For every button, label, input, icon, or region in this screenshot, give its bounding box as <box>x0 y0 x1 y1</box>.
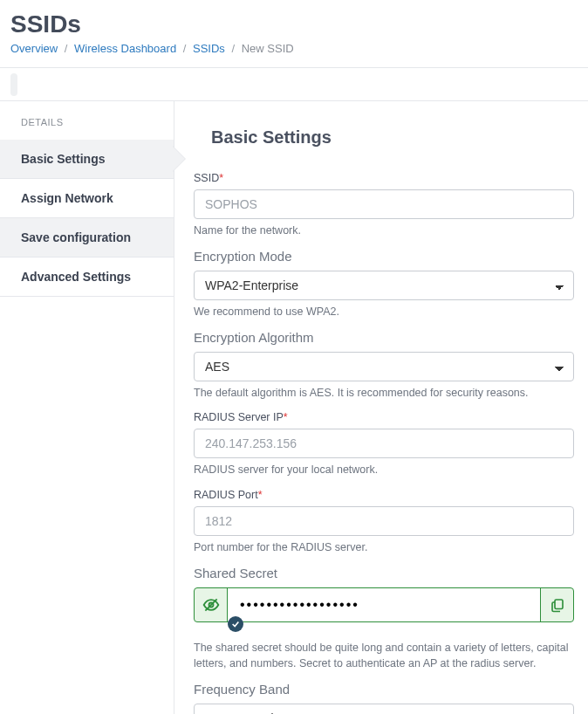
field-radius-port: RADIUS Port* Port number for the RADIUS … <box>194 489 574 555</box>
eye-slash-icon <box>202 596 220 614</box>
breadcrumb-separator: / <box>180 42 190 55</box>
shared-secret-help: The shared secret should be quite long a… <box>194 640 574 671</box>
shared-secret-input[interactable] <box>228 588 540 621</box>
breadcrumb-separator: / <box>228 42 238 55</box>
encryption-mode-help: We recommend to use WPA2. <box>194 304 574 319</box>
field-frequency-band: Frequency Band 2.4 GHz and 5 GHz Limit t… <box>194 682 574 714</box>
field-encryption-algorithm: Encryption Algorithm AES The default alg… <box>194 330 574 401</box>
toolbar-chip <box>10 73 17 96</box>
check-badge-icon <box>228 616 243 632</box>
field-radius-ip: RADIUS Server IP* RADIUS server for your… <box>194 411 574 477</box>
section-title: Basic Settings <box>211 127 574 148</box>
sidebar-item-basic-settings[interactable]: Basic Settings <box>0 140 174 179</box>
field-shared-secret: Shared Secret <box>194 566 574 671</box>
radius-ip-help: RADIUS server for your local network. <box>194 462 574 477</box>
ssid-help: Name for the network. <box>194 223 574 238</box>
sidebar-item-label: Save configuration <box>21 230 131 244</box>
required-indicator: * <box>284 411 288 423</box>
sidebar-item-assign-network[interactable]: Assign Network <box>0 179 174 218</box>
radius-port-label: RADIUS Port* <box>194 489 574 501</box>
frequency-band-select[interactable]: 2.4 GHz and 5 GHz <box>194 704 574 714</box>
sidebar-heading: DETAILS <box>0 101 174 140</box>
frequency-band-label: Frequency Band <box>194 682 574 697</box>
ssid-input[interactable] <box>194 189 574 219</box>
breadcrumb-ssids[interactable]: SSIDs <box>193 42 225 55</box>
toggle-visibility-button[interactable] <box>195 588 228 621</box>
svg-rect-2 <box>555 600 563 609</box>
shared-secret-label: Shared Secret <box>194 566 574 580</box>
required-indicator: * <box>219 172 223 184</box>
page-title: SSIDs <box>10 10 578 38</box>
radius-port-help: Port number for the RADIUS server. <box>194 539 574 555</box>
encryption-algorithm-label: Encryption Algorithm <box>194 330 574 345</box>
page-header: SSIDs Overview / Wireless Dashboard / SS… <box>0 0 588 68</box>
radius-ip-input[interactable] <box>194 429 574 458</box>
encryption-algorithm-select[interactable]: AES <box>194 352 574 381</box>
breadcrumb-wireless-dashboard[interactable]: Wireless Dashboard <box>74 42 176 55</box>
breadcrumb: Overview / Wireless Dashboard / SSIDs / … <box>10 42 578 55</box>
breadcrumb-separator: / <box>61 42 72 55</box>
radius-port-input[interactable] <box>194 506 574 536</box>
sidebar-item-advanced-settings[interactable]: Advanced Settings <box>0 257 174 297</box>
sidebar-item-label: Basic Settings <box>21 152 105 166</box>
copy-secret-button[interactable] <box>540 588 573 621</box>
breadcrumb-current: New SSID <box>242 42 294 55</box>
clipboard-icon <box>550 597 565 613</box>
shared-secret-wrap <box>194 587 574 622</box>
sidebar: DETAILS Basic Settings Assign Network Sa… <box>0 101 174 714</box>
sidebar-item-label: Assign Network <box>21 191 113 205</box>
ssid-label: SSID* <box>194 172 574 184</box>
toolbar-spacer <box>0 68 588 101</box>
sidebar-item-save-configuration[interactable]: Save configuration <box>0 218 174 257</box>
required-indicator: * <box>258 489 263 501</box>
field-ssid: SSID* Name for the network. <box>194 172 574 238</box>
breadcrumb-overview[interactable]: Overview <box>10 42 58 55</box>
field-encryption-mode: Encryption Mode WPA2-Enterprise We recom… <box>194 249 574 319</box>
sidebar-item-label: Advanced Settings <box>21 270 131 284</box>
main-layout: DETAILS Basic Settings Assign Network Sa… <box>0 101 588 714</box>
encryption-mode-label: Encryption Mode <box>194 249 574 264</box>
encryption-mode-select[interactable]: WPA2-Enterprise <box>194 271 574 300</box>
radius-ip-label: RADIUS Server IP* <box>194 411 574 423</box>
main-content: Basic Settings SSID* Name for the networ… <box>174 101 588 714</box>
encryption-algorithm-help: The default algorithm is AES. It is reco… <box>194 385 574 401</box>
